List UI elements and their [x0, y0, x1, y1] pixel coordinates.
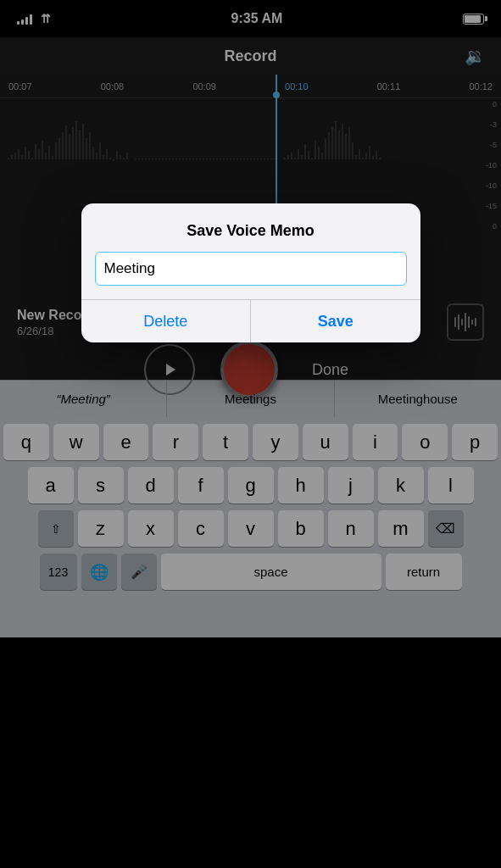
dialog-input-wrap	[81, 252, 420, 299]
dialog-title: Save Voice Memo	[81, 203, 420, 252]
dialog-overlay: Save Voice Memo Delete Save	[0, 0, 501, 868]
delete-button[interactable]: Delete	[81, 300, 252, 342]
memo-name-input[interactable]	[95, 252, 407, 286]
save-voice-memo-dialog: Save Voice Memo Delete Save	[81, 203, 420, 342]
dialog-buttons: Delete Save	[81, 299, 420, 342]
save-button[interactable]: Save	[251, 300, 420, 342]
